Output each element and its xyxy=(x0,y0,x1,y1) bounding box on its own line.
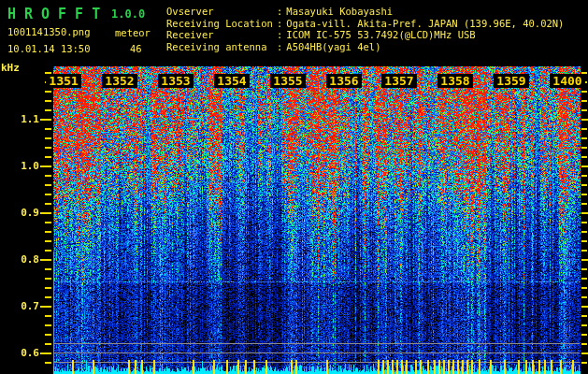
station-info: Ovserver:Masayuki KobayashiReceiving Loc… xyxy=(166,6,564,53)
station-info-label: Receiving antenna xyxy=(166,41,277,53)
station-info-label: Receiver xyxy=(166,29,277,41)
station-info-row: Receiving Location:Ogata-vill. Akita-Pre… xyxy=(166,18,564,30)
mode-label: meteor xyxy=(115,27,151,38)
freq-tick-label: 1.0 xyxy=(0,160,39,172)
station-info-label: Receiving Location xyxy=(166,18,277,30)
colon-separator: : xyxy=(277,6,282,17)
station-info-label: Ovserver xyxy=(166,6,277,18)
station-info-value: Masayuki Kobayashi xyxy=(286,6,393,17)
time-tick-label: 1359 xyxy=(494,74,529,88)
time-tick-label: 1356 xyxy=(326,74,362,88)
time-tick-label: 1357 xyxy=(381,74,417,88)
freq-tick-label: 0.9 xyxy=(0,207,39,219)
time-tick-label: 1355 xyxy=(270,74,306,88)
freq-tick-label: 0.6 xyxy=(0,347,39,359)
freq-tick-label: 0.8 xyxy=(0,253,39,266)
time-tick-label: 1352 xyxy=(102,74,137,88)
freq-axis-unit-label: kHz xyxy=(1,62,20,74)
station-info-value: A504HB(yagi 4el) xyxy=(286,41,380,52)
freq-tick-label: 0.7 xyxy=(0,300,39,312)
time-tick-label: 1354 xyxy=(214,74,250,88)
freq-tick-label: 1.1 xyxy=(0,113,39,125)
station-info-row: Receiving antenna:A504HB(yagi 4el) xyxy=(166,41,564,53)
colon-separator: : xyxy=(277,29,282,40)
meteor-count: 46 xyxy=(130,43,142,54)
colon-separator: : xyxy=(277,18,282,29)
station-info-value: ICOM IC-575 53.7492(@LCD)MHz USB xyxy=(286,29,475,40)
time-tick-label: 1358 xyxy=(437,74,473,88)
time-tick-label: 1351 xyxy=(46,74,81,88)
time-tick-label: 1353 xyxy=(158,74,194,88)
time-tick-label: 1400 xyxy=(550,74,585,88)
colon-separator: : xyxy=(277,41,282,52)
station-info-row: Ovserver:Masayuki Kobayashi xyxy=(166,6,564,18)
spectrogram-canvas xyxy=(0,0,588,374)
hrofft-output: HROFFT 1.0.0 1001141350.png meteor 10.01… xyxy=(0,0,588,374)
station-info-row: Receiver:ICOM IC-575 53.7492(@LCD)MHz US… xyxy=(166,29,564,41)
station-info-value: Ogata-vill. Akita-Pref. JAPAN (139.96E, … xyxy=(286,18,564,29)
app-version: 1.0.0 xyxy=(111,7,145,21)
datetime-label: 10.01.14 13:50 xyxy=(7,43,91,54)
app-title: HROFFT xyxy=(7,6,108,22)
file-name: 1001141350.png xyxy=(7,26,91,37)
